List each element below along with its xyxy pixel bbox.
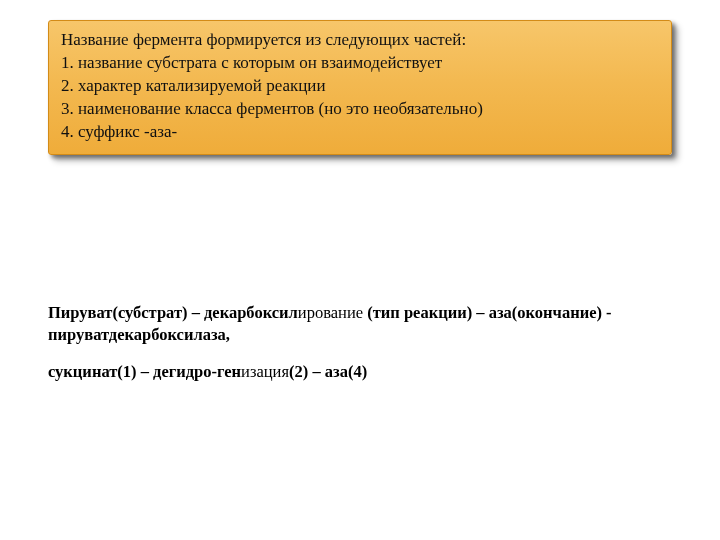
example1-part-normal-1: ирование: [298, 303, 363, 322]
example2-part-bold-2: (2) – аза(4): [289, 362, 367, 381]
callout-item-1: 1. название субстрата с которым он взаим…: [61, 52, 659, 75]
example-line-1: Пируват(субстрат) – декарбоксилирование …: [48, 302, 672, 347]
callout-item-2: 2. характер катализируемой реакции: [61, 75, 659, 98]
example1-part-bold-1: Пируват(субстрат) – декарбоксил: [48, 303, 298, 322]
example2-part-bold-1: сукцинат(1) – дегидро-ген: [48, 362, 241, 381]
callout-container: Название фермента формируется из следующ…: [48, 20, 672, 155]
callout-heading: Название фермента формируется из следующ…: [61, 29, 659, 52]
example-line-2: сукцинат(1) – дегидро-генизация(2) – аза…: [48, 361, 672, 383]
example2-part-normal-1: изация: [241, 362, 289, 381]
enzyme-naming-callout: Название фермента формируется из следующ…: [48, 20, 672, 155]
slide: Название фермента формируется из следующ…: [0, 0, 720, 540]
examples-block: Пируват(субстрат) – декарбоксилирование …: [48, 302, 672, 397]
callout-item-4: 4. суффикс -аза-: [61, 121, 659, 144]
callout-item-3: 3. наименование класса ферментов (но это…: [61, 98, 659, 121]
